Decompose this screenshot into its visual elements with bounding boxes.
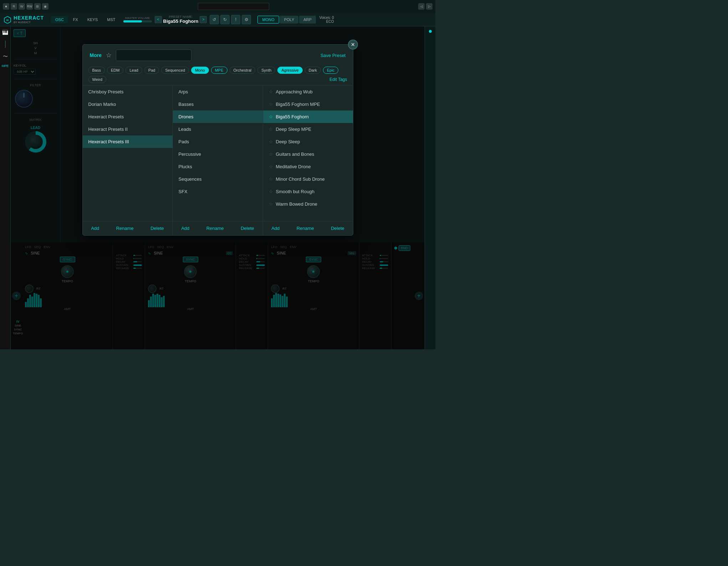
star-icon-filled[interactable]: ☆ <box>269 114 273 119</box>
tag-sequenced[interactable]: Sequenced <box>161 67 189 74</box>
list-item-selected[interactable]: ☆ Biga55 Foghorn <box>263 110 353 123</box>
list-item[interactable]: Hexeract Presets <box>83 110 173 123</box>
list-item[interactable]: ☆ Biga55 Foghorn MPE <box>263 98 353 110</box>
list-item[interactable]: Hexeract Presets II <box>83 123 173 135</box>
preset-info: PRESET NAME: Biga55 Foghorn <box>163 15 199 24</box>
col2-rename-button[interactable]: Rename <box>206 226 224 231</box>
tag-mono[interactable]: Mono <box>191 67 209 74</box>
top-bar-right: ◁ ▷ <box>418 3 432 10</box>
tag-mpe[interactable]: MPE <box>211 67 227 74</box>
list-item[interactable]: ☆ Approaching Wub <box>263 86 353 98</box>
col3-delete-button[interactable]: Delete <box>331 226 344 231</box>
tag-weird[interactable]: Weird <box>88 76 107 83</box>
list-item[interactable]: SFX <box>173 185 263 198</box>
list-item[interactable]: Basses <box>173 98 263 110</box>
master-volume-label: MASTER VOLUME <box>123 16 152 20</box>
star-icon[interactable]: ☆ <box>269 127 273 132</box>
col1-item-1: Dorian Marko <box>88 102 116 107</box>
settings-button[interactable]: ⚙ <box>242 15 251 24</box>
list-item[interactable]: Arps <box>173 86 263 98</box>
top-bar-input[interactable] <box>198 3 269 10</box>
star-icon[interactable]: ☆ <box>269 102 273 107</box>
tag-bass[interactable]: Bass <box>88 67 105 74</box>
star-icon[interactable]: ☆ <box>269 176 273 182</box>
list-item[interactable]: Leads <box>173 123 263 135</box>
warning-button[interactable]: ! <box>231 15 240 24</box>
col3-item-0: Approaching Wub <box>276 89 313 94</box>
list-item-selected[interactable]: Hexeract Presets III <box>83 135 173 148</box>
tag-lead[interactable]: Lead <box>125 67 142 74</box>
star-icon[interactable]: ☆ <box>269 139 273 144</box>
col1-item-4: Hexeract Presets III <box>88 139 129 144</box>
preset-prev-button[interactable]: < <box>155 16 162 23</box>
star-icon[interactable]: ☆ <box>269 89 273 94</box>
list-item[interactable]: Plucks <box>173 160 263 173</box>
mode-mono-button[interactable]: MONO <box>257 16 279 24</box>
preset-label: PRESET NAME: <box>163 15 199 19</box>
list-item[interactable]: ☆ Minor Chord Sub Drone <box>263 173 353 185</box>
mpe-icon[interactable]: MPE <box>2 64 9 68</box>
list-item[interactable]: ☆ Warm Bowed Drone <box>263 198 353 210</box>
col1-panel: Chrisboy Presets Dorian Marko Hexeract P… <box>83 86 173 221</box>
list-item[interactable]: Pads <box>173 135 263 148</box>
nav-tab-mst[interactable]: MST <box>103 16 119 23</box>
tag-synth[interactable]: Synth <box>257 67 275 74</box>
star-icon[interactable]: ☆ <box>269 201 273 207</box>
preset-next-button[interactable]: > <box>200 16 207 23</box>
expand2-icon: ▷ <box>426 3 432 10</box>
write-icon: W <box>19 3 25 10</box>
col2-delete-button[interactable]: Delete <box>241 226 254 231</box>
star-icon[interactable]: ☆ <box>269 164 273 169</box>
favorite-star-icon[interactable]: ☆ <box>106 51 112 59</box>
col3-item-1: Biga55 Foghorn MPE <box>276 102 320 107</box>
wave-icon[interactable]: 〜 <box>3 53 8 60</box>
col1-add-button[interactable]: Add <box>91 226 99 231</box>
search-input[interactable] <box>116 50 191 61</box>
nav-tab-fx[interactable]: FX <box>69 16 82 23</box>
list-item-selected[interactable]: Drones <box>173 110 263 123</box>
expand-icon: ◁ <box>418 3 425 10</box>
list-item[interactable]: Chrisboy Presets <box>83 86 173 98</box>
tag-pad[interactable]: Pad <box>144 67 159 74</box>
star-icon[interactable]: ☆ <box>269 189 273 194</box>
col3-add-button[interactable]: Add <box>271 226 280 231</box>
nav-tab-osc[interactable]: OSC <box>51 16 68 23</box>
list-item[interactable]: ☆ Guitars and Bones <box>263 148 353 160</box>
edit-tags-button[interactable]: Edit Tags <box>329 77 347 82</box>
more-button[interactable]: More <box>90 52 102 58</box>
tag-epic[interactable]: Epic <box>323 67 338 74</box>
save-preset-button[interactable]: Save Preset <box>321 53 346 58</box>
mode-poly-button[interactable]: POLY <box>280 16 299 24</box>
mode-buttons: MONO POLY ARP <box>257 16 316 24</box>
list-item[interactable]: ☆ Deep Sleep MPE <box>263 123 353 135</box>
tag-edm[interactable]: EDM <box>107 67 123 74</box>
tag-dark[interactable]: Dark <box>305 67 321 74</box>
modal-close-button[interactable]: ✕ <box>348 40 358 50</box>
list-item[interactable]: ☆ Meditative Drone <box>263 160 353 173</box>
tag-agressive[interactable]: Agressive <box>277 67 302 74</box>
logo-subtext: BY AUDDICT <box>14 21 44 24</box>
col2-item-2: Drones <box>179 114 194 119</box>
list-item[interactable]: Percussive <box>173 148 263 160</box>
star-icon[interactable]: ☆ <box>269 151 273 157</box>
piano-icon[interactable]: 🎹 <box>2 29 8 35</box>
col1-item-2: Hexeract Presets <box>88 114 124 119</box>
svg-text:H: H <box>6 19 9 22</box>
led-indicator <box>429 30 432 33</box>
nav-tab-keys[interactable]: KEYS <box>83 16 102 23</box>
col1-rename-button[interactable]: Rename <box>116 226 134 231</box>
undo-button[interactable]: ↺ <box>210 15 219 24</box>
redo-button[interactable]: ↻ <box>220 15 230 24</box>
col1-delete-button[interactable]: Delete <box>150 226 164 231</box>
col2-add-button[interactable]: Add <box>181 226 189 231</box>
list-item[interactable]: Dorian Marko <box>83 98 173 110</box>
col2-item-3: Leads <box>179 127 191 132</box>
list-item[interactable]: ☆ Deep Sleep <box>263 135 353 148</box>
master-volume-slider[interactable] <box>123 20 152 22</box>
tag-orchestral[interactable]: Orchestral <box>230 67 256 74</box>
col3-rename-button[interactable]: Rename <box>297 226 314 231</box>
mode-arp-button[interactable]: ARP <box>299 16 316 24</box>
col3-item-7: Minor Chord Sub Drone <box>276 176 325 182</box>
list-item[interactable]: ☆ Smooth but Rough <box>263 185 353 198</box>
list-item[interactable]: Sequences <box>173 173 263 185</box>
